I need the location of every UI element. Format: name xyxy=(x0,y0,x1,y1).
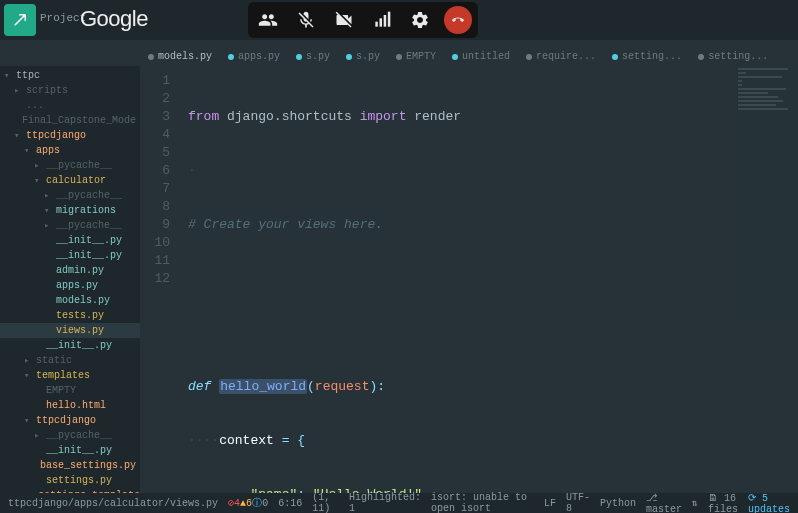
svg-rect-3 xyxy=(388,12,391,27)
share-screen-button[interactable] xyxy=(4,4,36,36)
tree-__init__py[interactable]: __init__.py xyxy=(0,338,140,353)
tree-apps[interactable]: ▾apps xyxy=(0,143,140,158)
tree-static[interactable]: ▸static xyxy=(0,353,140,368)
tab-modelspy[interactable]: models.py xyxy=(140,46,220,66)
file-tree: ▾ttpc▸scripts...Final_Capstone_Mode▾ttpc… xyxy=(0,66,140,493)
tree-ttpcdjango[interactable]: ▾ttpcdjango xyxy=(0,413,140,428)
tree-[interactable]: ... xyxy=(0,98,140,113)
tree-ttpc[interactable]: ▾ttpc xyxy=(0,68,140,83)
tree-adminpy[interactable]: admin.py xyxy=(0,263,140,278)
status-bar: ttpcdjango/apps/calculator/views.py ⊘4▲6… xyxy=(0,493,798,513)
tree-__init__py[interactable]: __init__.py xyxy=(0,248,140,263)
tab-spy[interactable]: s.py xyxy=(338,46,388,66)
tab-setting[interactable]: setting... xyxy=(690,46,776,66)
tab-bar: models.pyapps.pys.pys.pyEMPTYuntitledreq… xyxy=(0,40,798,66)
status-errors[interactable]: ⊘4▲6ⓘ0 xyxy=(228,496,268,510)
status-encoding[interactable]: UTF-8 xyxy=(566,492,590,513)
top-bar: Project Google xyxy=(0,0,798,40)
tree-scripts[interactable]: ▸scripts xyxy=(0,83,140,98)
hangup-icon[interactable] xyxy=(444,6,472,34)
tab-untitled[interactable]: untitled xyxy=(444,46,518,66)
status-branch[interactable]: ⎇ master xyxy=(646,492,682,514)
tree-settingspy[interactable]: settings.py xyxy=(0,473,140,488)
signal-icon[interactable] xyxy=(368,6,396,34)
tree-testspy[interactable]: tests.py xyxy=(0,308,140,323)
video-off-icon[interactable] xyxy=(330,6,358,34)
tree-__pycache__[interactable]: ▸__pycache__ xyxy=(0,218,140,233)
status-cursor[interactable]: (1, 11) xyxy=(312,492,339,513)
tab-appspy[interactable]: apps.py xyxy=(220,46,288,66)
tree-calculator[interactable]: ▾calculator xyxy=(0,173,140,188)
status-time: 6:16 xyxy=(278,498,302,509)
people-icon[interactable] xyxy=(254,6,282,34)
tab-require[interactable]: require... xyxy=(518,46,604,66)
status-files[interactable]: 🗎 16 files xyxy=(708,492,738,514)
tree-base_settingspy[interactable]: base_settings.py xyxy=(0,458,140,473)
status-lf[interactable]: LF xyxy=(544,498,556,509)
minimap[interactable] xyxy=(734,66,798,493)
meet-toolbar xyxy=(248,2,478,38)
tree-templates[interactable]: ▾templates xyxy=(0,368,140,383)
gear-icon[interactable] xyxy=(406,6,434,34)
tree-__pycache__[interactable]: ▸__pycache__ xyxy=(0,158,140,173)
tree-modelspy[interactable]: models.py xyxy=(0,293,140,308)
code-area[interactable]: from django.shortcuts import render · # … xyxy=(188,72,539,493)
svg-rect-0 xyxy=(375,22,378,27)
tree-__pycache__[interactable]: ▸__pycache__ xyxy=(0,428,140,443)
tree-__init__py[interactable]: __init__.py xyxy=(0,443,140,458)
tree-Final_Capstone_Mode[interactable]: Final_Capstone_Mode xyxy=(0,113,140,128)
mic-muted-icon[interactable] xyxy=(292,6,320,34)
tree-__pycache__[interactable]: ▸__pycache__ xyxy=(0,188,140,203)
status-updates[interactable]: ⟳ 5 updates xyxy=(748,492,790,514)
svg-rect-1 xyxy=(380,18,383,26)
tab-EMPTY[interactable]: EMPTY xyxy=(388,46,444,66)
tab-spy[interactable]: s.py xyxy=(288,46,338,66)
tree-appspy[interactable]: apps.py xyxy=(0,278,140,293)
tree-migrations[interactable]: ▾migrations xyxy=(0,203,140,218)
status-path[interactable]: ttpcdjango/apps/calculator/views.py xyxy=(8,498,218,509)
status-isort: isort: unable to open isort xyxy=(431,492,534,513)
gutter: 123456789101112 xyxy=(140,72,178,288)
tree-EMPTY[interactable]: EMPTY xyxy=(0,383,140,398)
status-sync[interactable]: ⇅ xyxy=(692,497,698,509)
tree-ttpcdjango[interactable]: ▾ttpcdjango xyxy=(0,128,140,143)
status-lang[interactable]: Python xyxy=(600,498,636,509)
status-highlighted: Highlighted: 1 xyxy=(349,492,421,513)
tree-hellohtml[interactable]: hello.html xyxy=(0,398,140,413)
share-arrow-icon xyxy=(11,11,29,29)
tree-__init__py[interactable]: __init__.py xyxy=(0,233,140,248)
google-logo: Google xyxy=(80,6,148,32)
tree-viewspy[interactable]: views.py xyxy=(0,323,140,338)
svg-rect-2 xyxy=(384,15,387,27)
tab-setting[interactable]: setting... xyxy=(604,46,690,66)
editor[interactable]: 123456789101112 from django.shortcuts im… xyxy=(140,66,798,493)
